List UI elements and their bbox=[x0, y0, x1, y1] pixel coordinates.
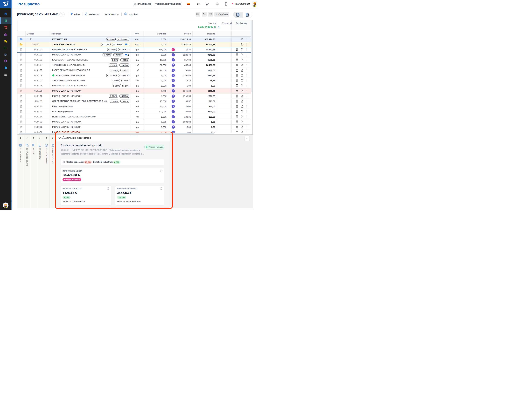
svg-text:$: $ bbox=[20, 144, 21, 147]
